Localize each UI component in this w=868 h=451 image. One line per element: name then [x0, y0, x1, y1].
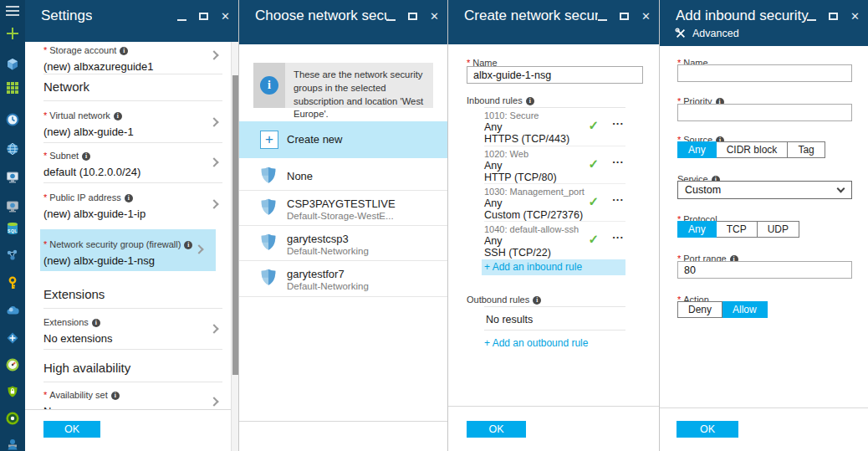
gauge-icon[interactable]	[6, 358, 19, 372]
close-icon[interactable]: ✕	[850, 11, 860, 22]
create-nsg-blade: Create network securit... ✕ *Name Inboun…	[447, 0, 659, 451]
traffic-manager-icon[interactable]	[6, 331, 19, 345]
name-input[interactable]	[467, 66, 643, 84]
required-asterisk: *	[43, 192, 47, 202]
menu-icon[interactable]	[6, 4, 19, 18]
toggle-option[interactable]: UDP	[758, 221, 799, 238]
add-inbound-rule-link[interactable]: + Add an inbound rule	[482, 259, 625, 275]
nsg-list-item[interactable]: garytestfor7 Default-Networking	[239, 261, 447, 297]
minimize-icon[interactable]	[177, 19, 186, 21]
port-range-input[interactable]	[677, 261, 852, 279]
info-icon[interactable]: i	[533, 296, 541, 305]
field-row-nsg-selected[interactable]: *Network security group (firewall)i (new…	[40, 229, 216, 271]
maximize-icon[interactable]	[829, 13, 838, 20]
shield-icon	[260, 233, 277, 253]
grid-icon[interactable]	[6, 81, 19, 95]
info-icon[interactable]: i	[526, 97, 534, 105]
inbound-rule-row[interactable]: 1020: Web Any HTTP (TCP/80) ✓ ...	[484, 146, 625, 183]
cube-icon[interactable]	[6, 58, 19, 71]
vm-monitor-icon[interactable]	[6, 171, 19, 184]
create-new-button[interactable]: + Create new	[239, 121, 447, 158]
maximize-icon[interactable]	[199, 13, 208, 20]
add-icon[interactable]	[6, 27, 19, 40]
monitor-globe-icon[interactable]	[6, 200, 19, 213]
blade-title: Create network securit...	[464, 8, 598, 24]
molecule-icon[interactable]	[6, 249, 19, 262]
required-asterisk: *	[43, 239, 47, 249]
rule-menu-button[interactable]: ...	[612, 191, 624, 203]
service-select[interactable]: Custom	[677, 181, 852, 199]
info-icon[interactable]: i	[114, 112, 122, 120]
field-row-subnet[interactable]: *Subneti default (10.2.0.0/24)	[25, 147, 231, 178]
info-icon-cell: i	[253, 63, 285, 108]
clock-icon[interactable]	[6, 113, 19, 126]
toggle-option[interactable]: CIDR block	[717, 141, 789, 158]
plus-icon: +	[260, 131, 278, 149]
advanced-button[interactable]: Advanced	[675, 28, 739, 39]
add-outbound-rule-link[interactable]: + Add an outbound rule	[484, 337, 588, 349]
close-icon[interactable]: ✕	[430, 11, 439, 22]
rule-menu-button[interactable]: ...	[612, 228, 624, 241]
info-icon[interactable]: i	[120, 47, 128, 55]
info-icon[interactable]: i	[92, 319, 100, 327]
field-row-extensions[interactable]: Extensionsi No extensions	[25, 314, 231, 345]
toggle-option[interactable]: Any	[677, 141, 717, 158]
section-header-network: Network	[43, 79, 89, 94]
inbound-rule-row[interactable]: 1040: default-allow-ssh Any SSH (TCP/22)…	[484, 221, 625, 259]
blade-scrollbar[interactable]	[231, 42, 238, 451]
toggle-option[interactable]: Any	[677, 221, 717, 238]
rule-menu-button[interactable]: ...	[612, 115, 624, 127]
minimize-icon[interactable]	[598, 19, 607, 21]
blade-title: Settings	[41, 8, 92, 24]
ok-button[interactable]: OK	[677, 421, 738, 438]
left-nav-sidebar: SQL	[0, 0, 25, 451]
nsg-list-item-none[interactable]: None	[239, 162, 447, 191]
toggle-option[interactable]: Deny	[677, 301, 722, 318]
minimize-icon[interactable]	[386, 19, 396, 21]
required-asterisk: *	[43, 390, 47, 400]
nsg-list-item[interactable]: garytestcsp3 Default-Networking	[239, 226, 447, 261]
ok-button[interactable]: OK	[43, 421, 100, 438]
toggle-option[interactable]: TCP	[717, 221, 758, 238]
close-icon[interactable]: ✕	[641, 11, 651, 22]
info-icon[interactable]: i	[111, 392, 120, 400]
rule-menu-button[interactable]: ...	[612, 153, 624, 166]
create-blade-header: Create network securit... ✕	[448, 0, 659, 44]
shield-icon	[260, 198, 277, 218]
inbound-rule-row[interactable]: 1030: Management_port Any Custom (TCP/27…	[484, 183, 625, 221]
field-row-storage-account[interactable]: *Storage accounti (new) albxazureguide1	[25, 42, 231, 73]
nsg-list-item[interactable]: CSP3PAYGTESTLIVE Default-Storage-WestE..…	[239, 191, 447, 226]
ok-button[interactable]: OK	[467, 421, 526, 438]
maximize-icon[interactable]	[408, 13, 417, 20]
divider	[484, 330, 625, 331]
info-icon[interactable]: i	[82, 152, 90, 161]
cost-icon[interactable]	[6, 412, 19, 425]
source-toggle: Any CIDR block Tag	[677, 141, 825, 158]
sql-database-icon[interactable]: SQL	[6, 222, 19, 235]
scrollbar-thumb[interactable]	[232, 75, 238, 375]
cloud-icon[interactable]	[6, 304, 19, 317]
user-icon[interactable]	[6, 438, 19, 451]
required-asterisk: *	[43, 45, 47, 55]
divider	[43, 100, 222, 101]
toggle-option[interactable]: Tag	[788, 141, 825, 158]
key-icon[interactable]	[6, 276, 19, 290]
check-icon: ✓	[588, 232, 599, 247]
close-icon[interactable]: ✕	[221, 11, 230, 22]
inbound-rule-row[interactable]: 1010: Secure Any HTTPS (TCP/443) ✓ ...	[484, 108, 625, 146]
add-blade-header: Add inbound security r... ✕ Advanced	[660, 0, 868, 46]
globe-icon[interactable]	[6, 142, 19, 156]
priority-input[interactable]	[677, 104, 852, 121]
minimize-icon[interactable]	[807, 19, 816, 21]
field-row-public-ip[interactable]: *Public IP addressi (new) albx-guide-1-i…	[25, 189, 231, 220]
toggle-option[interactable]: Allow	[722, 301, 768, 318]
add-inbound-rule-blade: Add inbound security r... ✕ Advanced *Na…	[659, 0, 868, 451]
protocol-toggle: Any TCP UDP	[677, 221, 799, 238]
shield-lock-icon[interactable]	[6, 385, 19, 398]
maximize-icon[interactable]	[620, 13, 629, 20]
section-header-high-availability: High availability	[43, 361, 130, 375]
info-icon[interactable]: i	[184, 241, 192, 249]
field-row-virtual-network[interactable]: *Virtual networki (new) albx-guide-1	[25, 107, 231, 138]
rule-name-input[interactable]	[677, 64, 852, 82]
info-icon[interactable]: i	[125, 194, 133, 202]
